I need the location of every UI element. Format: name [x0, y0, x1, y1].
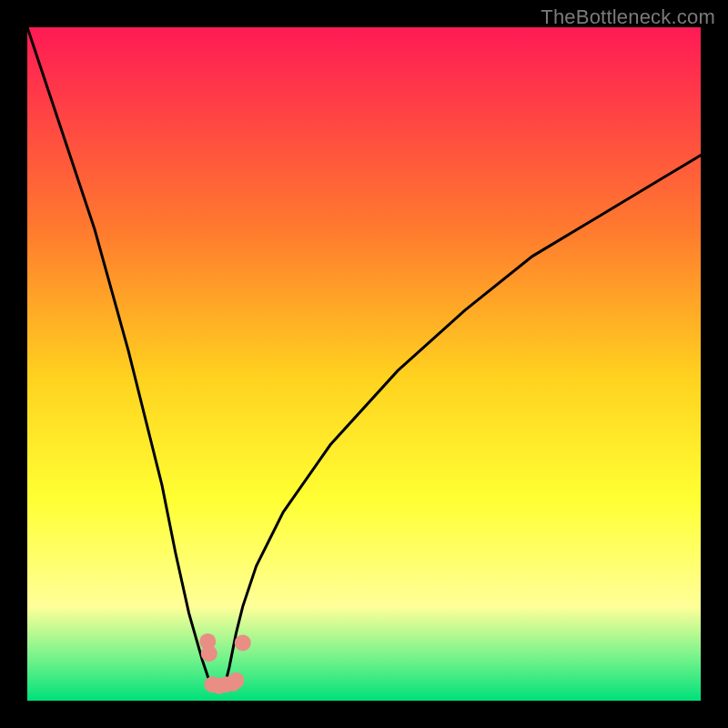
plot-area [27, 27, 701, 701]
bottleneck-chart [27, 27, 701, 701]
marker-point [235, 634, 251, 651]
watermark-text: TheBottleneck.com [541, 5, 715, 29]
marker-point [201, 645, 217, 662]
chart-frame: TheBottleneck.com [0, 0, 728, 728]
gradient-background [27, 27, 701, 701]
marker-point [228, 672, 244, 689]
